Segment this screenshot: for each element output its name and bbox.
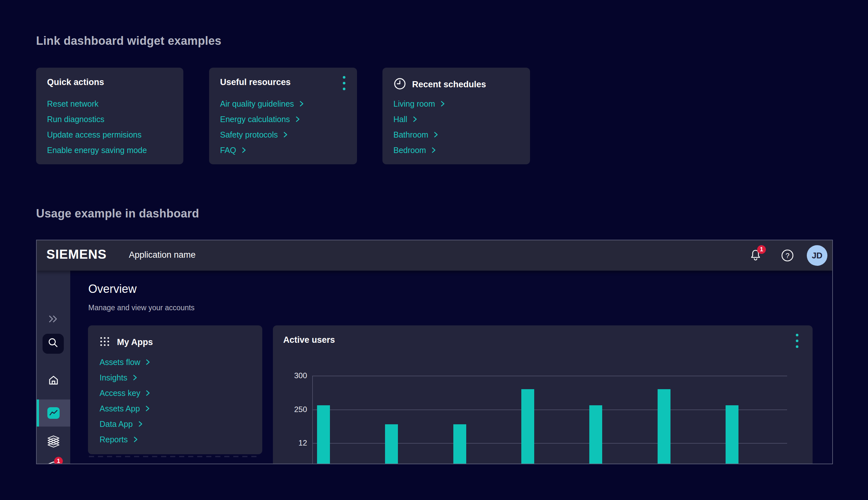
gridline-12 — [312, 443, 787, 444]
clock-icon — [393, 77, 406, 91]
kebab-menu-icon[interactable] — [343, 76, 345, 90]
application-name: Application name — [129, 250, 196, 260]
my-apps-title: My Apps — [117, 337, 153, 347]
help-button[interactable]: ? — [780, 240, 795, 271]
y-axis-line — [312, 376, 313, 464]
recent-schedules-card: Recent schedules Living room Hall Bathro… — [382, 68, 530, 164]
sidebar-collapse-button[interactable] — [37, 312, 70, 327]
link-reports[interactable]: Reports — [100, 432, 150, 447]
y-tick-300: 300 — [279, 371, 307, 380]
y-tick-12: 12 — [279, 439, 307, 447]
bar — [385, 424, 398, 464]
bar — [589, 405, 602, 464]
kebab-menu-icon[interactable] — [796, 334, 798, 348]
active-indicator — [37, 399, 39, 427]
quick-actions-title: Quick actions — [47, 77, 104, 87]
notification-badge: 1 — [757, 245, 766, 254]
link-living-room[interactable]: Living room — [393, 96, 445, 112]
sidebar-item-analytics-active[interactable] — [37, 399, 70, 427]
link-insights[interactable]: Insights — [100, 370, 150, 385]
bar — [658, 389, 671, 464]
chevron-right-icon — [145, 359, 150, 366]
dashboard-header: SIEMENS Application name 1 ? JD — [37, 240, 832, 271]
app-grid-icon — [100, 336, 110, 348]
page-title: Overview — [88, 282, 137, 296]
link-reset-network[interactable]: Reset network — [47, 96, 147, 112]
chevron-right-icon — [138, 420, 143, 428]
chevron-right-icon — [431, 147, 436, 154]
sidebar-item-home[interactable] — [37, 373, 70, 389]
bar — [521, 389, 534, 464]
y-tick-250: 250 — [279, 405, 307, 414]
chevron-right-icon — [145, 389, 150, 397]
chevron-right-icon — [295, 116, 300, 123]
sidebar: 1 — [37, 271, 70, 464]
link-assets-app[interactable]: Assets App — [100, 401, 150, 416]
widget-drag-hint — [89, 456, 260, 457]
link-air-quality-guidelines[interactable]: Air quality guidelines — [220, 96, 304, 112]
link-bedroom[interactable]: Bedroom — [393, 143, 445, 158]
gridline-250 — [312, 409, 787, 410]
chevron-right-icon — [145, 405, 150, 412]
chevron-right-icon — [133, 374, 138, 381]
chevron-right-icon — [440, 100, 445, 107]
link-assets-flow[interactable]: Assets flow — [100, 354, 150, 370]
avatar[interactable]: JD — [807, 245, 827, 266]
security-badge: 1 — [54, 457, 63, 464]
bar — [453, 424, 466, 464]
active-users-title: Active users — [283, 335, 335, 345]
bar — [726, 405, 739, 464]
chevron-right-icon — [241, 147, 247, 154]
page: Link dashboard widget examples Quick act… — [0, 0, 868, 500]
notifications-button[interactable]: 1 — [748, 240, 763, 271]
sidebar-item-security[interactable] — [37, 460, 70, 464]
quick-actions-card: Quick actions Reset network Run diagnost… — [36, 68, 183, 164]
trend-chart-icon — [47, 407, 60, 419]
siemens-logo: SIEMENS — [46, 247, 107, 262]
recent-schedules-title: Recent schedules — [412, 80, 486, 90]
useful-resources-card: Useful resources Air quality guidelines … — [209, 68, 357, 164]
chevron-right-icon — [412, 116, 418, 123]
link-enable-energy-saving[interactable]: Enable energy saving mode — [47, 143, 147, 158]
sidebar-search-button[interactable] — [43, 334, 64, 354]
active-users-card: Active users 300 250 12 — [273, 326, 813, 464]
chevron-right-icon — [433, 131, 438, 138]
chevron-right-icon — [283, 131, 288, 138]
sidebar-item-layers[interactable] — [37, 434, 70, 451]
bar — [317, 405, 330, 464]
link-access-key[interactable]: Access key — [100, 385, 150, 401]
dashboard-example: SIEMENS Application name 1 ? JD — [36, 240, 833, 464]
link-data-app[interactable]: Data App — [100, 416, 150, 432]
link-update-access-permissions[interactable]: Update access permisions — [47, 127, 147, 143]
page-subtitle: Manage and view your accounts — [88, 304, 195, 312]
link-hall[interactable]: Hall — [393, 112, 445, 127]
link-run-diagnostics[interactable]: Run diagnostics — [47, 112, 147, 127]
chevron-right-icon — [133, 436, 138, 443]
link-safety-protocols[interactable]: Safety protocols — [220, 127, 304, 143]
search-icon — [47, 337, 59, 351]
section-title-usage: Usage example in dashboard — [36, 207, 199, 220]
layers-icon — [47, 435, 60, 450]
question-mark-glyph: ? — [786, 252, 789, 260]
home-icon — [47, 374, 60, 388]
useful-resources-title: Useful resources — [220, 77, 290, 87]
link-bathroom[interactable]: Bathroom — [393, 127, 445, 143]
link-energy-calculations[interactable]: Energy calculations — [220, 112, 304, 127]
my-apps-card: My Apps Assets flow Insights Access key … — [88, 326, 262, 454]
collapse-double-chevron-icon — [48, 314, 59, 325]
gridline-300 — [312, 376, 787, 376]
section-title-widgets: Link dashboard widget examples — [36, 34, 221, 48]
chevron-right-icon — [299, 100, 304, 107]
link-faq[interactable]: FAQ — [220, 143, 304, 158]
